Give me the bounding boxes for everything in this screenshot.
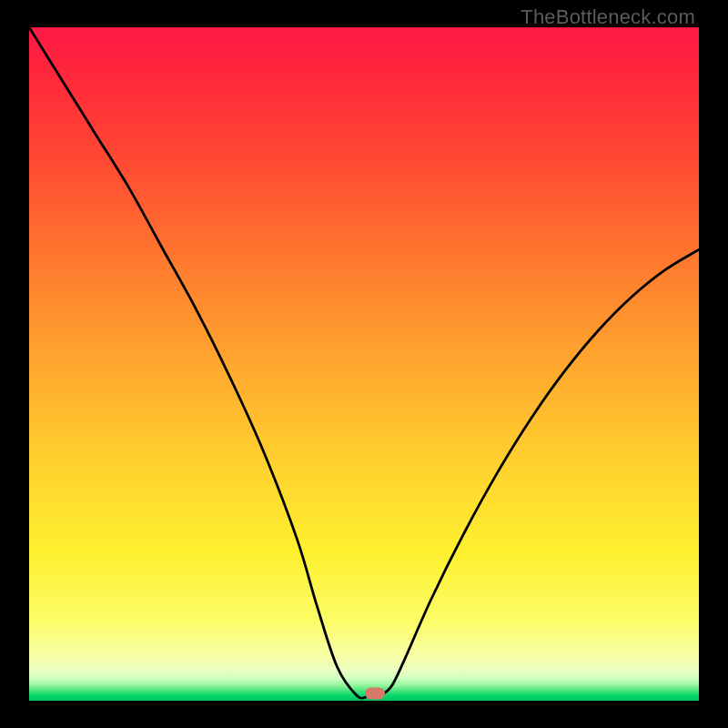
bottleneck-curve — [29, 27, 699, 701]
optimum-marker — [365, 688, 385, 700]
chart-frame: TheBottleneck.com — [0, 0, 728, 728]
plot-area — [29, 27, 699, 701]
watermark-text: TheBottleneck.com — [521, 5, 695, 29]
